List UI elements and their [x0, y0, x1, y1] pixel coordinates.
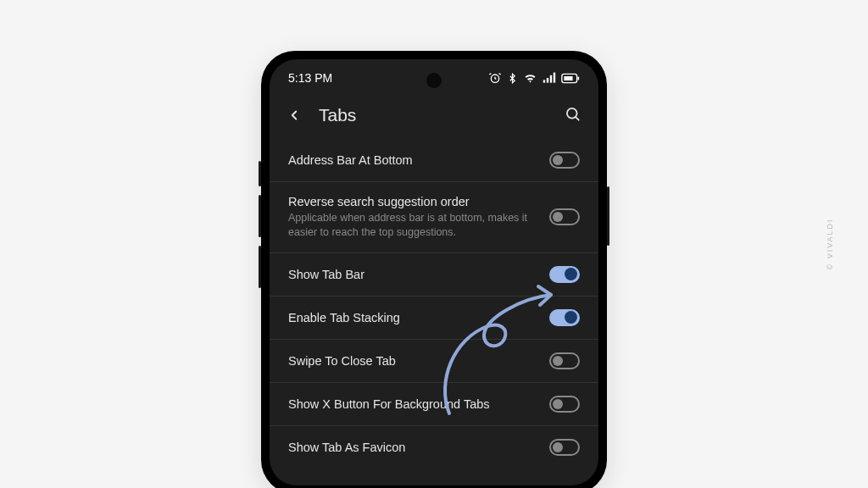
setting-show-tab-bar[interactable]: Show Tab Bar [270, 253, 598, 297]
wifi-icon [523, 72, 537, 84]
setting-label: Enable Tab Stacking [288, 311, 539, 324]
svg-rect-6 [564, 75, 572, 80]
page-title: Tabs [319, 105, 565, 125]
toggle-show-x-background[interactable] [549, 396, 580, 413]
setting-label: Reverse search suggestion order [288, 195, 539, 208]
setting-label: Swipe To Close Tab [288, 354, 539, 368]
chevron-left-icon [287, 108, 302, 123]
toggle-knob [553, 442, 563, 452]
alarm-icon [488, 71, 502, 85]
volume-up-button [259, 161, 261, 186]
setting-show-x-background[interactable]: Show X Button For Background Tabs [270, 383, 598, 426]
toggle-enable-tab-stacking[interactable] [549, 309, 580, 326]
setting-swipe-close-tab[interactable]: Swipe To Close Tab [270, 340, 598, 383]
watermark-text: © VIVALDI [826, 219, 835, 270]
phone-screen: 5:13 PM [270, 59, 598, 485]
front-camera [426, 73, 442, 88]
phone-frame: 5:13 PM [261, 51, 607, 488]
setting-text: Enable Tab Stacking [288, 311, 549, 324]
toggle-reverse-suggestion[interactable] [549, 208, 580, 225]
setting-label: Address Bar At Bottom [288, 153, 539, 167]
setting-enable-tab-stacking[interactable]: Enable Tab Stacking [270, 297, 598, 340]
setting-show-tab-favicon[interactable]: Show Tab As Favicon [270, 426, 598, 469]
setting-reverse-suggestion[interactable]: Reverse search suggestion order Applicab… [270, 182, 598, 253]
toggle-show-tab-bar[interactable] [549, 266, 580, 283]
svg-line-9 [576, 117, 579, 120]
signal-icon [542, 72, 556, 84]
toggle-address-bar-bottom[interactable] [549, 152, 580, 169]
search-button[interactable] [565, 106, 583, 125]
svg-rect-3 [550, 75, 552, 83]
setting-label: Show X Button For Background Tabs [288, 397, 539, 411]
setting-text: Address Bar At Bottom [288, 153, 549, 167]
setting-description: Applicable when address bar is at bottom… [288, 211, 539, 240]
toggle-knob [565, 311, 577, 324]
settings-list: Address Bar At Bottom Reverse search sug… [270, 139, 598, 485]
setting-text: Show Tab As Favicon [288, 441, 549, 454]
status-icons [488, 71, 580, 85]
back-button[interactable] [285, 106, 303, 125]
toggle-knob [553, 155, 563, 165]
setting-address-bar-bottom[interactable]: Address Bar At Bottom [270, 139, 598, 182]
setting-text: Swipe To Close Tab [288, 354, 549, 368]
bluetooth-icon [507, 72, 518, 85]
volume-down-button [259, 195, 261, 237]
toggle-knob [553, 356, 563, 366]
power-button [607, 186, 609, 246]
toggle-knob [565, 268, 577, 280]
toggle-show-tab-favicon[interactable] [549, 439, 580, 456]
battery-icon [561, 73, 580, 84]
setting-text: Show X Button For Background Tabs [288, 397, 549, 411]
toggle-knob [553, 212, 563, 222]
page-header: Tabs [270, 93, 598, 139]
side-button [259, 246, 261, 288]
setting-text: Show Tab Bar [288, 268, 549, 281]
svg-rect-4 [554, 73, 555, 83]
svg-rect-2 [547, 78, 548, 83]
toggle-swipe-close-tab[interactable] [549, 352, 580, 369]
status-time: 5:13 PM [288, 71, 332, 85]
setting-text: Reverse search suggestion order Applicab… [288, 195, 549, 240]
svg-rect-7 [577, 76, 579, 80]
svg-rect-1 [543, 80, 545, 82]
toggle-knob [553, 399, 563, 409]
setting-label: Show Tab As Favicon [288, 441, 539, 454]
search-icon [565, 106, 581, 123]
setting-label: Show Tab Bar [288, 268, 539, 281]
